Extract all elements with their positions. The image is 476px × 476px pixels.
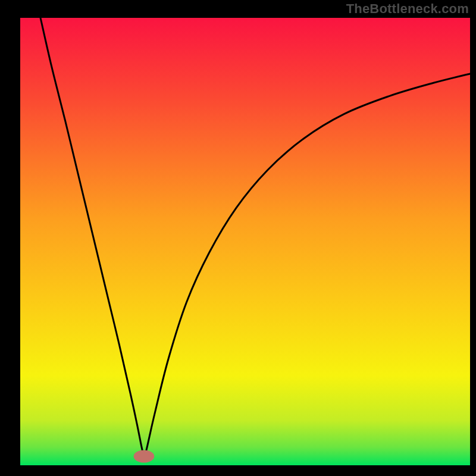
plot-background [20,18,470,465]
optimal-point-marker [134,450,155,462]
bottleneck-chart [0,0,476,476]
chart-frame: TheBottleneck.com [0,0,476,476]
watermark-label: TheBottleneck.com [346,1,469,17]
